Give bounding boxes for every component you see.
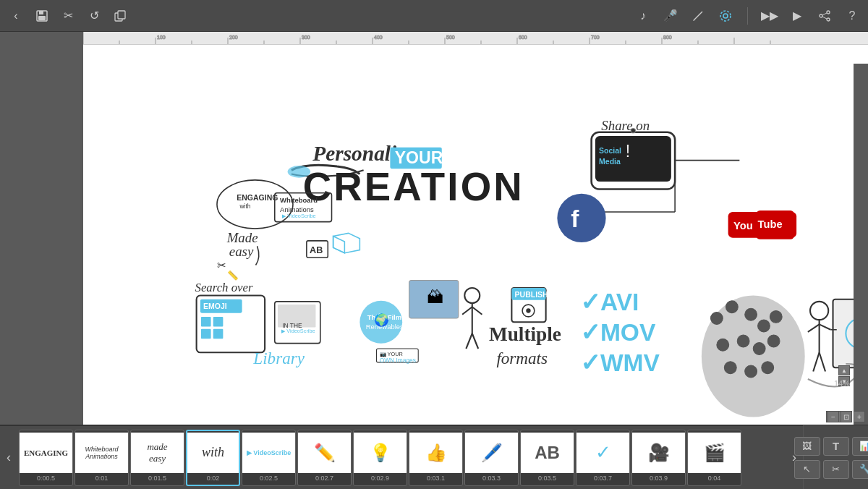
save-button[interactable] (33, 7, 51, 25)
svg-text:✓MOV: ✓MOV (580, 320, 656, 346)
play-preview-button[interactable]: ▶▶ (761, 7, 778, 25)
filmstrip-time-2: 0:01 (95, 473, 109, 483)
svg-text:easy: easy (229, 244, 254, 259)
filmstrip-item-11[interactable]: ✓ 0:03.7 (576, 430, 630, 486)
bottom-filmstrip-area: ‹ ENGAGING 0:00.5 WhiteboardAnimations 0… (0, 425, 868, 489)
ruler: 100 200 300 400 500 600 700 800 (83, 32, 868, 45)
svg-point-126 (767, 335, 780, 347)
svg-text:OWN Images: OWN Images (380, 357, 416, 364)
filmstrip-thumb-12: 🎥 (632, 433, 685, 473)
svg-text:200: 200 (229, 35, 238, 40)
svg-text:YOUR: YOUR (395, 148, 443, 167)
filmstrip-item-1[interactable]: ENGAGING 0:00.5 (19, 430, 73, 486)
filmstrip-time-8: 0:03.1 (427, 473, 445, 483)
share-button[interactable] (816, 7, 833, 25)
svg-text:400: 400 (374, 35, 383, 40)
svg-point-6 (723, 14, 728, 18)
svg-point-118 (710, 312, 723, 325)
undo-button[interactable]: ↺ (85, 7, 103, 25)
svg-line-11 (822, 13, 827, 15)
svg-rect-1 (39, 11, 43, 14)
svg-text:ENGAGING: ENGAGING (237, 193, 278, 202)
filmstrip-item-5[interactable]: ▶ VideoScribe 0:02.5 (242, 430, 296, 486)
filmstrip-prev-button[interactable]: ‹ (0, 425, 17, 489)
svg-line-12 (822, 17, 827, 19)
cursor-button[interactable]: ↖ (794, 460, 820, 479)
svg-rect-68 (201, 329, 211, 339)
svg-rect-2 (38, 16, 46, 20)
filmstrip-item-7[interactable]: 💡 0:02.9 (353, 430, 407, 486)
svg-line-5 (694, 12, 702, 20)
filmstrip-time-6: 0:02.7 (315, 473, 333, 483)
filmstrip-container: ENGAGING 0:00.5 WhiteboardAnimations 0:0… (17, 425, 786, 489)
filmstrip-thumb-1: ENGAGING (20, 433, 72, 473)
filmstrip-item-2[interactable]: WhiteboardAnimations 0:01 (75, 430, 129, 486)
draw-icon[interactable] (689, 7, 707, 25)
svg-point-122 (770, 311, 782, 323)
cut-button[interactable]: ✂ (59, 7, 77, 25)
svg-text:CREATION: CREATION (303, 165, 524, 209)
svg-rect-69 (213, 329, 224, 339)
filmstrip-item-3[interactable]: madeeasy 0:01.5 (130, 430, 184, 486)
svg-text:AB: AB (310, 245, 323, 255)
svg-text:Whiteboard: Whiteboard (280, 196, 318, 204)
svg-text:📏: 📏 (227, 270, 239, 281)
music-icon[interactable]: ♪ (634, 7, 652, 25)
back-button[interactable]: ‹ (7, 7, 25, 25)
filmstrip-item-12[interactable]: 🎥 0:03.9 (631, 430, 686, 486)
svg-text:100: 100 (157, 35, 166, 40)
filmstrip-time-7: 0:02.9 (371, 473, 389, 483)
left-sidebar (0, 32, 83, 425)
svg-point-124 (737, 335, 749, 347)
filmstrip-item-9[interactable]: 🖊️ 0:03.3 (464, 430, 519, 486)
filmstrip-time-13: 0:04 (708, 473, 721, 483)
svg-text:Media: Media (599, 157, 621, 166)
copy-button[interactable] (111, 7, 129, 25)
filmstrip-next-button[interactable]: › (786, 425, 803, 489)
help-button[interactable]: ? (843, 7, 861, 25)
svg-text:Social: Social (599, 146, 621, 155)
filmstrip-thumb-8: 👍 (409, 433, 462, 473)
zoom-fit-button[interactable]: ⊡ (841, 411, 852, 422)
filmstrip-item-6[interactable]: ✏️ 0:02.7 (297, 430, 352, 486)
scroll-up-button[interactable]: ▲ (838, 365, 850, 375)
svg-text:You: You (733, 220, 753, 231)
misc-button[interactable]: 🔧 (852, 460, 869, 479)
filmstrip-item-4[interactable]: with 0:02 (186, 430, 240, 486)
svg-text:🏔: 🏔 (427, 288, 443, 307)
settings-icon[interactable] (717, 7, 734, 25)
rsb-row-2: ↖ ✂ 🔧 (794, 460, 869, 479)
filmstrip-time-3: 0:01.5 (148, 473, 166, 483)
filmstrip-time-1: 0:00.5 (37, 473, 55, 483)
filmstrip-item-13[interactable]: 🎬 0:04 (687, 430, 741, 486)
main-toolbar: ‹ ✂ ↺ ♪ 🎤 ▶▶ ▶ (0, 0, 868, 32)
svg-text:✂: ✂ (217, 260, 226, 271)
svg-point-7 (720, 11, 731, 21)
canvas-illustration: Personalise YOUR CREATION ENGAGING with … (83, 45, 868, 425)
svg-text:✓WMV: ✓WMV (580, 350, 660, 377)
canvas-content[interactable]: Personalise YOUR CREATION ENGAGING with … (83, 45, 868, 425)
filmstrip-thumb-9: 🖊️ (465, 433, 518, 473)
svg-text:with: with (239, 203, 250, 210)
play-button[interactable]: ▶ (788, 7, 806, 25)
svg-text:f: f (571, 205, 579, 232)
add-chart-button[interactable]: 📊 (852, 437, 869, 456)
voiceover-icon[interactable]: 🎤 (662, 7, 679, 25)
scissors-button[interactable]: ✂ (823, 460, 849, 479)
zoom-out-button[interactable]: − (827, 411, 839, 422)
filmstrip-thumb-10: AB (521, 433, 574, 473)
svg-text:Share on: Share on (601, 118, 650, 133)
canvas-area[interactable]: 100 200 300 400 500 600 700 800 (83, 32, 868, 425)
svg-rect-66 (201, 317, 211, 327)
svg-text:▶ VideoScribe: ▶ VideoScribe (282, 213, 315, 219)
add-text-button[interactable]: T (823, 437, 849, 456)
rsb-row-1: 🖼 T 📊 (794, 437, 869, 456)
zoom-controls: − ⊡ + (827, 411, 865, 422)
zoom-in-button[interactable]: + (854, 411, 865, 422)
filmstrip-item-10[interactable]: AB 0:03.5 (520, 430, 574, 486)
add-image-button[interactable]: 🖼 (794, 437, 820, 456)
right-sidebar (854, 64, 868, 425)
svg-text:800: 800 (663, 35, 672, 40)
svg-text:700: 700 (591, 35, 600, 40)
filmstrip-item-8[interactable]: 👍 0:03.1 (409, 430, 463, 486)
